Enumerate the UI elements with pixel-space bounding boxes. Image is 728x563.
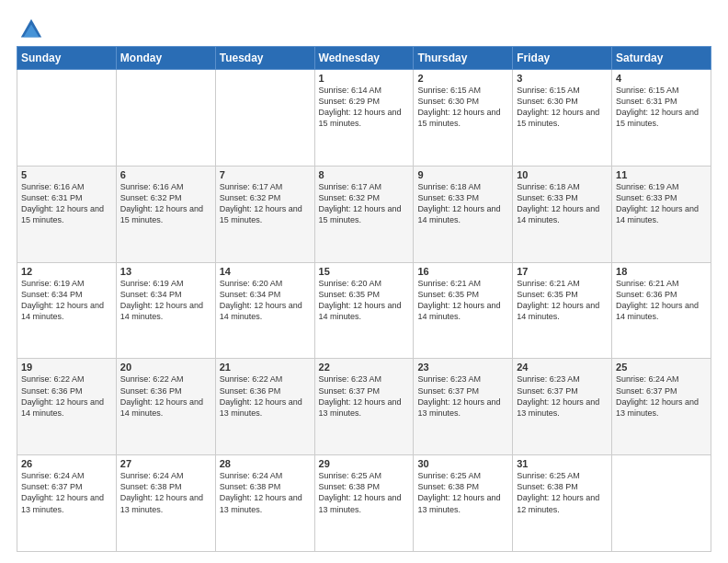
day-cell: 20Sunrise: 6:22 AM Sunset: 6:36 PM Dayli… [116, 359, 215, 455]
day-number: 10 [517, 169, 608, 180]
day-info: Sunrise: 6:24 AM Sunset: 6:37 PM Dayligh… [616, 373, 707, 419]
week-row-4: 19Sunrise: 6:22 AM Sunset: 6:36 PM Dayli… [17, 359, 711, 455]
page: SundayMondayTuesdayWednesdayThursdayFrid… [0, 0, 728, 563]
day-cell: 1Sunrise: 6:14 AM Sunset: 6:29 PM Daylig… [314, 70, 414, 167]
day-info: Sunrise: 6:19 AM Sunset: 6:34 PM Dayligh… [21, 278, 112, 323]
day-info: Sunrise: 6:21 AM Sunset: 6:36 PM Dayligh… [616, 278, 707, 323]
day-cell: 4Sunrise: 6:15 AM Sunset: 6:31 PM Daylig… [612, 70, 711, 167]
weekday-header-tuesday: Tuesday [215, 47, 314, 70]
day-cell: 25Sunrise: 6:24 AM Sunset: 6:37 PM Dayli… [612, 359, 711, 455]
day-cell: 5Sunrise: 6:16 AM Sunset: 6:31 PM Daylig… [17, 166, 117, 262]
day-cell: 2Sunrise: 6:15 AM Sunset: 6:30 PM Daylig… [414, 70, 513, 167]
day-info: Sunrise: 6:16 AM Sunset: 6:32 PM Dayligh… [120, 181, 211, 226]
day-cell: 7Sunrise: 6:17 AM Sunset: 6:32 PM Daylig… [215, 166, 314, 262]
day-number: 30 [417, 458, 508, 469]
day-number: 29 [319, 458, 410, 469]
day-number: 18 [616, 266, 707, 277]
day-number: 12 [21, 266, 112, 277]
day-cell: 15Sunrise: 6:20 AM Sunset: 6:35 PM Dayli… [314, 262, 414, 359]
day-info: Sunrise: 6:23 AM Sunset: 6:37 PM Dayligh… [319, 373, 410, 419]
day-cell: 14Sunrise: 6:20 AM Sunset: 6:34 PM Dayli… [215, 262, 314, 359]
day-number: 1 [319, 73, 410, 84]
day-cell: 11Sunrise: 6:19 AM Sunset: 6:33 PM Dayli… [612, 166, 711, 262]
day-info: Sunrise: 6:18 AM Sunset: 6:33 PM Dayligh… [417, 181, 508, 226]
day-info: Sunrise: 6:24 AM Sunset: 6:38 PM Dayligh… [220, 470, 311, 515]
day-cell [215, 70, 314, 167]
day-info: Sunrise: 6:22 AM Sunset: 6:36 PM Dayligh… [21, 373, 112, 419]
day-number: 11 [616, 169, 707, 180]
day-cell: 13Sunrise: 6:19 AM Sunset: 6:34 PM Dayli… [116, 262, 215, 359]
day-cell: 3Sunrise: 6:15 AM Sunset: 6:30 PM Daylig… [513, 70, 612, 167]
day-info: Sunrise: 6:22 AM Sunset: 6:36 PM Dayligh… [120, 373, 211, 419]
day-cell: 22Sunrise: 6:23 AM Sunset: 6:37 PM Dayli… [314, 359, 414, 455]
week-row-5: 26Sunrise: 6:24 AM Sunset: 6:37 PM Dayli… [17, 455, 711, 552]
day-cell: 12Sunrise: 6:19 AM Sunset: 6:34 PM Dayli… [17, 262, 117, 359]
day-cell: 27Sunrise: 6:24 AM Sunset: 6:38 PM Dayli… [116, 455, 215, 552]
day-cell: 17Sunrise: 6:21 AM Sunset: 6:35 PM Dayli… [513, 262, 612, 359]
day-info: Sunrise: 6:24 AM Sunset: 6:37 PM Dayligh… [21, 470, 112, 515]
weekday-header-row: SundayMondayTuesdayWednesdayThursdayFrid… [17, 47, 711, 70]
day-cell: 29Sunrise: 6:25 AM Sunset: 6:38 PM Dayli… [314, 455, 414, 552]
day-cell: 8Sunrise: 6:17 AM Sunset: 6:32 PM Daylig… [314, 166, 414, 262]
day-number: 20 [120, 362, 211, 373]
calendar-table: SundayMondayTuesdayWednesdayThursdayFrid… [17, 46, 711, 552]
day-cell: 21Sunrise: 6:22 AM Sunset: 6:36 PM Dayli… [215, 359, 314, 455]
day-cell: 19Sunrise: 6:22 AM Sunset: 6:36 PM Dayli… [17, 359, 117, 455]
header [17, 17, 711, 37]
day-number: 24 [517, 362, 608, 373]
day-info: Sunrise: 6:20 AM Sunset: 6:35 PM Dayligh… [319, 278, 410, 323]
day-info: Sunrise: 6:21 AM Sunset: 6:35 PM Dayligh… [517, 278, 608, 323]
day-number: 17 [517, 266, 608, 277]
day-info: Sunrise: 6:24 AM Sunset: 6:38 PM Dayligh… [120, 470, 211, 515]
week-row-3: 12Sunrise: 6:19 AM Sunset: 6:34 PM Dayli… [17, 262, 711, 359]
logo-icon [18, 17, 44, 42]
day-number: 5 [21, 169, 112, 180]
day-info: Sunrise: 6:17 AM Sunset: 6:32 PM Dayligh… [319, 181, 410, 226]
day-info: Sunrise: 6:25 AM Sunset: 6:38 PM Dayligh… [319, 470, 410, 515]
day-number: 31 [517, 458, 608, 469]
day-info: Sunrise: 6:25 AM Sunset: 6:38 PM Dayligh… [517, 470, 608, 515]
weekday-header-wednesday: Wednesday [314, 47, 414, 70]
day-info: Sunrise: 6:15 AM Sunset: 6:30 PM Dayligh… [517, 85, 608, 130]
day-number: 7 [220, 169, 311, 180]
day-info: Sunrise: 6:15 AM Sunset: 6:31 PM Dayligh… [616, 85, 707, 130]
day-info: Sunrise: 6:14 AM Sunset: 6:29 PM Dayligh… [319, 85, 410, 130]
day-info: Sunrise: 6:19 AM Sunset: 6:34 PM Dayligh… [120, 278, 211, 323]
logo [17, 17, 44, 37]
day-cell: 9Sunrise: 6:18 AM Sunset: 6:33 PM Daylig… [414, 166, 513, 262]
day-number: 13 [120, 266, 211, 277]
day-info: Sunrise: 6:20 AM Sunset: 6:34 PM Dayligh… [220, 278, 311, 323]
day-cell: 16Sunrise: 6:21 AM Sunset: 6:35 PM Dayli… [414, 262, 513, 359]
weekday-header-sunday: Sunday [17, 47, 117, 70]
day-cell: 28Sunrise: 6:24 AM Sunset: 6:38 PM Dayli… [215, 455, 314, 552]
day-cell: 24Sunrise: 6:23 AM Sunset: 6:37 PM Dayli… [513, 359, 612, 455]
day-number: 19 [21, 362, 112, 373]
day-number: 16 [417, 266, 508, 277]
day-cell: 26Sunrise: 6:24 AM Sunset: 6:37 PM Dayli… [17, 455, 117, 552]
day-info: Sunrise: 6:23 AM Sunset: 6:37 PM Dayligh… [417, 373, 508, 419]
day-number: 22 [319, 362, 410, 373]
day-info: Sunrise: 6:21 AM Sunset: 6:35 PM Dayligh… [417, 278, 508, 323]
day-number: 26 [21, 458, 112, 469]
day-cell: 30Sunrise: 6:25 AM Sunset: 6:38 PM Dayli… [414, 455, 513, 552]
day-number: 8 [319, 169, 410, 180]
day-number: 2 [417, 73, 508, 84]
weekday-header-saturday: Saturday [612, 47, 711, 70]
day-number: 23 [417, 362, 508, 373]
day-number: 25 [616, 362, 707, 373]
weekday-header-monday: Monday [116, 47, 215, 70]
day-number: 15 [319, 266, 410, 277]
weekday-header-thursday: Thursday [414, 47, 513, 70]
day-cell: 18Sunrise: 6:21 AM Sunset: 6:36 PM Dayli… [612, 262, 711, 359]
day-info: Sunrise: 6:17 AM Sunset: 6:32 PM Dayligh… [220, 181, 311, 226]
day-number: 27 [120, 458, 211, 469]
day-cell: 10Sunrise: 6:18 AM Sunset: 6:33 PM Dayli… [513, 166, 612, 262]
day-number: 4 [616, 73, 707, 84]
day-info: Sunrise: 6:22 AM Sunset: 6:36 PM Dayligh… [220, 373, 311, 419]
day-info: Sunrise: 6:19 AM Sunset: 6:33 PM Dayligh… [616, 181, 707, 226]
day-info: Sunrise: 6:15 AM Sunset: 6:30 PM Dayligh… [417, 85, 508, 130]
day-cell [116, 70, 215, 167]
week-row-2: 5Sunrise: 6:16 AM Sunset: 6:31 PM Daylig… [17, 166, 711, 262]
day-number: 21 [220, 362, 311, 373]
day-cell: 31Sunrise: 6:25 AM Sunset: 6:38 PM Dayli… [513, 455, 612, 552]
